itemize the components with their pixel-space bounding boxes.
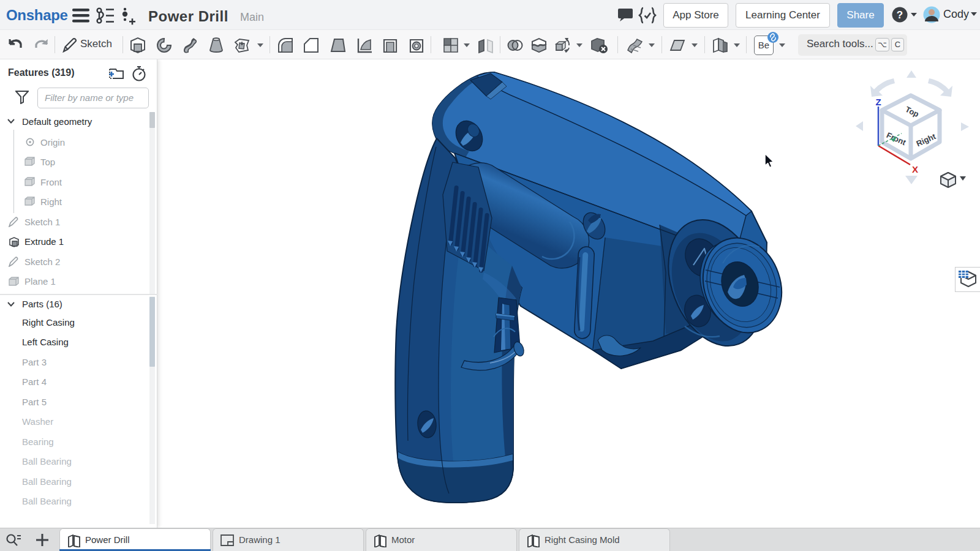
svg-text:X: X [912, 164, 918, 174]
svg-text:?: ? [897, 9, 903, 21]
svg-text:Z: Z [875, 97, 881, 107]
